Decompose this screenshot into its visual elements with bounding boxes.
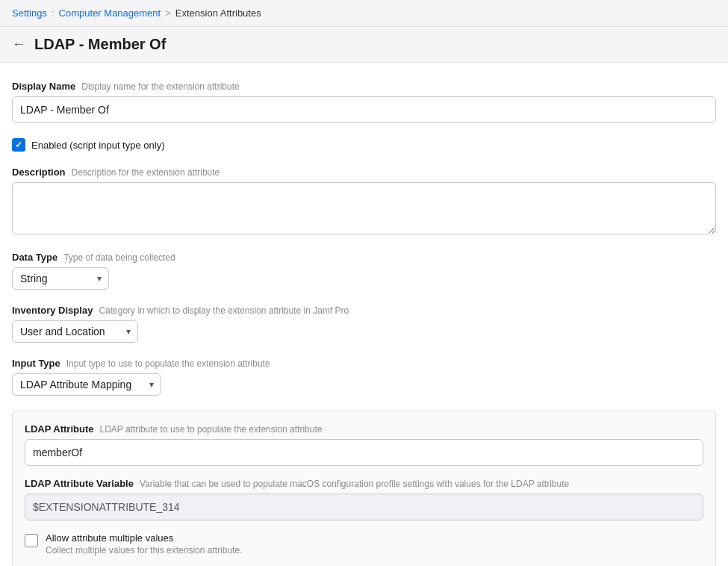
- breadcrumb-sep2: >: [165, 7, 171, 19]
- allow-multiple-text: Allow attribute multiple values Collect …: [46, 532, 242, 556]
- display-name-group: Display Name Display name for the extens…: [12, 81, 716, 123]
- ldap-attribute-variable-input: [25, 494, 703, 520]
- allow-multiple-hint: Collect multiple values for this extensi…: [46, 545, 242, 556]
- input-type-label: Input Type: [12, 358, 60, 369]
- input-type-hint: Input type to use to populate the extens…: [66, 358, 270, 369]
- inventory-display-hint: Category in which to display the extensi…: [99, 305, 349, 316]
- page-header: ← LDAP - Member Of: [0, 27, 728, 63]
- data-type-select[interactable]: String Integer Date: [12, 267, 109, 290]
- inventory-display-group: Inventory Display Category in which to d…: [12, 305, 716, 343]
- breadcrumb-sep1: :: [52, 7, 55, 19]
- breadcrumb-extension-attributes: Extension Attributes: [175, 7, 261, 19]
- allow-multiple-row: Allow attribute multiple values Collect …: [25, 532, 703, 556]
- allow-multiple-title: Allow attribute multiple values: [46, 532, 242, 544]
- ldap-attribute-variable-hint: Variable that can be used to populate ma…: [140, 479, 569, 489]
- data-type-label: Data Type: [12, 252, 57, 263]
- input-type-select-wrapper: LDAP Attribute Mapping Text Field Script…: [12, 373, 161, 396]
- allow-multiple-checkbox[interactable]: [25, 534, 38, 547]
- description-textarea[interactable]: [12, 182, 716, 234]
- description-hint: Description for the extension attribute: [72, 167, 220, 178]
- inventory-display-select-wrapper: User and Location Hardware Software Exte…: [12, 320, 138, 343]
- data-type-hint: Type of data being collected: [63, 252, 175, 263]
- ldap-attribute-group: LDAP Attribute LDAP attribute to use to …: [25, 423, 703, 466]
- ldap-attribute-input[interactable]: [25, 439, 703, 466]
- enabled-row: Enabled (script input type only): [12, 138, 716, 152]
- display-name-label: Display Name: [12, 81, 75, 92]
- page-title: LDAP - Member Of: [34, 36, 166, 53]
- ldap-attribute-variable-label: LDAP Attribute Variable: [25, 478, 134, 489]
- breadcrumb-settings[interactable]: Settings: [12, 7, 47, 19]
- back-button[interactable]: ←: [12, 37, 25, 52]
- enabled-label: Enabled (script input type only): [31, 140, 164, 151]
- input-type-group: Input Type Input type to use to populate…: [12, 358, 716, 396]
- ldap-section: LDAP Attribute LDAP attribute to use to …: [12, 411, 716, 566]
- breadcrumb: Settings : Computer Management > Extensi…: [0, 0, 728, 27]
- display-name-hint: Display name for the extension attribute: [81, 81, 239, 92]
- inventory-display-label: Inventory Display: [12, 305, 93, 316]
- input-type-select[interactable]: LDAP Attribute Mapping Text Field Script…: [12, 373, 161, 396]
- enabled-checkbox[interactable]: [12, 138, 25, 152]
- data-type-group: Data Type Type of data being collected S…: [12, 252, 716, 290]
- breadcrumb-computer-management[interactable]: Computer Management: [59, 7, 161, 19]
- ldap-attribute-label: LDAP Attribute: [25, 423, 93, 435]
- inventory-display-select[interactable]: User and Location Hardware Software Exte…: [12, 320, 138, 343]
- ldap-attribute-hint: LDAP attribute to use to populate the ex…: [99, 424, 322, 435]
- data-type-select-wrapper: String Integer Date ▾: [12, 267, 109, 290]
- main-content: Display Name Display name for the extens…: [0, 63, 728, 566]
- description-label: Description: [12, 167, 66, 178]
- description-group: Description Description for the extensio…: [12, 167, 716, 237]
- ldap-attribute-variable-group: LDAP Attribute Variable Variable that ca…: [25, 478, 703, 520]
- display-name-input[interactable]: [12, 96, 716, 123]
